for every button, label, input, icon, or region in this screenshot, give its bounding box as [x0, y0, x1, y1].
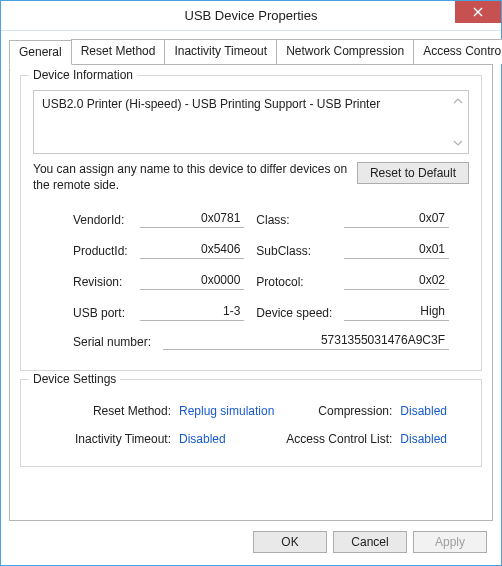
inactivity-timeout-link[interactable]: Disabled — [179, 432, 276, 446]
vendor-value: 0x0781 — [140, 211, 245, 228]
compression-label: Compression: — [284, 404, 392, 418]
group-device-settings-title: Device Settings — [29, 372, 120, 386]
subclass-label: SubClass: — [256, 244, 332, 258]
usbport-label: USB port: — [73, 306, 128, 320]
tab-panel-general: Device Information USB2.0 Printer (Hi-sp… — [9, 64, 493, 521]
inactivity-timeout-label: Inactivity Timeout: — [73, 432, 171, 446]
serial-value: 5731355031476A9C3F — [163, 333, 449, 350]
reset-method-link[interactable]: Replug simulation — [179, 404, 276, 418]
hint-row: You can assign any name to this device t… — [33, 162, 469, 193]
vendor-label: VendorId: — [73, 213, 128, 227]
tab-inactivity-timeout[interactable]: Inactivity Timeout — [164, 39, 277, 64]
titlebar: USB Device Properties — [1, 1, 501, 31]
close-icon — [473, 7, 483, 17]
device-description-text: USB2.0 Printer (Hi-speed) - USB Printing… — [42, 97, 380, 111]
dialog-buttons: OK Cancel Apply — [9, 521, 493, 557]
settings-grid: Reset Method: Replug simulation Compress… — [73, 404, 449, 446]
usbport-value: 1-3 — [140, 304, 245, 321]
serial-row: Serial number: 5731355031476A9C3F — [73, 333, 449, 350]
tab-general[interactable]: General — [9, 40, 72, 65]
cancel-button[interactable]: Cancel — [333, 531, 407, 553]
product-value: 0x5406 — [140, 242, 245, 259]
product-label: ProductId: — [73, 244, 128, 258]
tab-reset-method[interactable]: Reset Method — [71, 39, 166, 64]
tabstrip: General Reset Method Inactivity Timeout … — [9, 39, 493, 64]
ok-button[interactable]: OK — [253, 531, 327, 553]
hint-text: You can assign any name to this device t… — [33, 162, 349, 193]
scroll-up-icon[interactable] — [452, 95, 464, 107]
protocol-value: 0x02 — [344, 273, 449, 290]
window-title: USB Device Properties — [1, 8, 501, 23]
close-button[interactable] — [455, 1, 501, 23]
class-label: Class: — [256, 213, 332, 227]
reset-method-label: Reset Method: — [73, 404, 171, 418]
tab-network-compression[interactable]: Network Compression — [276, 39, 414, 64]
acl-label: Access Control List: — [284, 432, 392, 446]
revision-label: Revision: — [73, 275, 128, 289]
acl-link[interactable]: Disabled — [400, 432, 449, 446]
client-area: General Reset Method Inactivity Timeout … — [1, 31, 501, 565]
tab-access-control-list[interactable]: Access Control List — [413, 39, 502, 64]
speed-value: High — [344, 304, 449, 321]
scroll-down-icon[interactable] — [452, 137, 464, 149]
window: USB Device Properties General Reset Meth… — [0, 0, 502, 566]
device-description-box[interactable]: USB2.0 Printer (Hi-speed) - USB Printing… — [33, 90, 469, 154]
group-device-settings: Device Settings Reset Method: Replug sim… — [20, 379, 482, 467]
group-device-information-title: Device Information — [29, 68, 137, 82]
subclass-value: 0x01 — [344, 242, 449, 259]
group-device-information: Device Information USB2.0 Printer (Hi-sp… — [20, 75, 482, 371]
class-value: 0x07 — [344, 211, 449, 228]
compression-link[interactable]: Disabled — [400, 404, 449, 418]
reset-to-default-button[interactable]: Reset to Default — [357, 162, 469, 184]
protocol-label: Protocol: — [256, 275, 332, 289]
revision-value: 0x0000 — [140, 273, 245, 290]
speed-label: Device speed: — [256, 306, 332, 320]
device-fields: VendorId: 0x0781 Class: 0x07 ProductId: … — [73, 211, 449, 321]
serial-label: Serial number: — [73, 335, 151, 349]
apply-button[interactable]: Apply — [413, 531, 487, 553]
